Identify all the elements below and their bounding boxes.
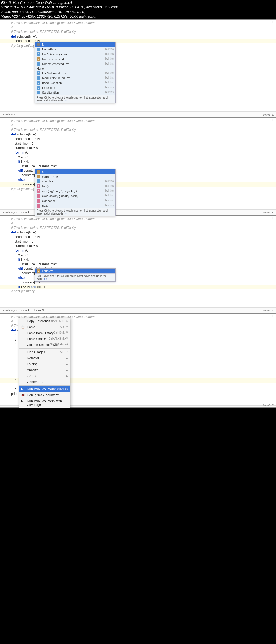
menu-label: Run 'max_counters' with Coverage bbox=[27, 399, 62, 407]
code-line[interactable]: # This is marked as RESPECTABLE difficul… bbox=[0, 30, 276, 34]
completion-popup[interactable]: PNCNameErrorbuiltinsCNotADirectoryErrorb… bbox=[35, 42, 116, 103]
code-line[interactable]: # bbox=[0, 25, 276, 30]
completion-item[interactable]: CModuleNotFoundErrorbuiltins bbox=[35, 76, 115, 80]
completion-popup[interactable]: VcountersCtrl+Down and Ctrl+Up will move… bbox=[35, 268, 116, 282]
coverage-icon: ▶ bbox=[21, 399, 25, 403]
completion-item[interactable]: None bbox=[35, 66, 115, 71]
completion-module: builtins bbox=[105, 52, 114, 56]
completion-item[interactable]: Vcurrent_max bbox=[35, 174, 115, 179]
code-line[interactable]: def solution(N, A): bbox=[0, 34, 276, 39]
completion-module: builtins bbox=[105, 199, 114, 203]
code-line[interactable]: if i > N: bbox=[0, 257, 276, 262]
code-line[interactable]: # This is the solution for CountingEleme… bbox=[0, 21, 276, 25]
code-line[interactable]: # bbox=[0, 221, 276, 226]
variable-icon: V bbox=[37, 269, 40, 273]
completion-item[interactable]: Fmax(arg1, arg2, args, key)builtins bbox=[35, 189, 115, 194]
code-line[interactable]: # bbox=[0, 123, 276, 128]
timestamp: 00:00:03 bbox=[263, 113, 275, 116]
menu-label: Analyze bbox=[27, 368, 39, 372]
completion-item[interactable]: Fnext(i)builtins bbox=[35, 203, 115, 208]
breadcrumb-segment[interactable]: for i in A bbox=[19, 211, 30, 214]
menu-item[interactable]: ▶Run 'max_counters' with Coverage bbox=[19, 398, 70, 408]
function-icon: F bbox=[37, 194, 40, 198]
completion-item[interactable]: Fhex(i)builtins bbox=[35, 184, 115, 189]
code-line[interactable]: if i > N: bbox=[0, 160, 276, 164]
code-line[interactable]: start_line = current_max bbox=[0, 164, 276, 169]
completion-popup[interactable]: VxVcurrent_maxCcomplexbuiltinsFhex(i)bui… bbox=[35, 169, 116, 216]
code-line[interactable]: def solution(N, A): bbox=[0, 230, 276, 235]
param-icon: P bbox=[37, 43, 40, 46]
code-line[interactable]: start_line = 0 bbox=[0, 239, 276, 244]
completion-item[interactable]: Vcounters bbox=[35, 269, 115, 273]
code-line[interactable]: # print (solution(5 bbox=[0, 289, 276, 294]
breadcrumb-segment[interactable]: for i in A bbox=[19, 309, 30, 312]
breadcrumb-segment[interactable]: if i <= N bbox=[34, 309, 44, 312]
completion-item[interactable]: VNotImplementedbuiltins bbox=[35, 57, 115, 62]
code-line[interactable]: current_max = 0 bbox=[0, 146, 276, 150]
completion-item[interactable]: CNameErrorbuiltins bbox=[35, 47, 115, 52]
menu-item[interactable]: Find UsagesAlt+F7 bbox=[19, 349, 70, 355]
menu-item[interactable]: Column Selection ModeAlt+Shift+Insert bbox=[19, 342, 70, 348]
completion-item[interactable]: CNotImplementedErrorbuiltins bbox=[35, 62, 115, 66]
video-frame: ⏸# This is the solution for CountingElem… bbox=[0, 19, 276, 117]
code-line[interactable]: for i in A: bbox=[0, 248, 276, 253]
menu-item[interactable]: Paste SimpleCtrl+Alt+Shift+V bbox=[19, 336, 70, 342]
completion-module: builtins bbox=[105, 179, 114, 183]
breadcrumb[interactable]: solution()›for i in A›if i <= N bbox=[0, 307, 276, 313]
hint-link[interactable]: >> bbox=[64, 99, 67, 102]
completion-item[interactable]: Ccomplexbuiltins bbox=[35, 179, 115, 184]
code-line[interactable]: def solution(N, A): bbox=[0, 132, 276, 137]
menu-item[interactable]: 🐞Debug 'max_counters' bbox=[19, 392, 70, 398]
completion-item[interactable]: Vx bbox=[35, 169, 115, 174]
class-icon: C bbox=[37, 76, 40, 80]
menu-item[interactable]: Folding▸ bbox=[19, 361, 70, 367]
code-line[interactable]: # This is marked as RESPECTABLE difficul… bbox=[0, 128, 276, 132]
context-menu[interactable]: Copy ReferenceCtrl+Alt+Shift+C📋PasteCtrl… bbox=[19, 318, 70, 408]
breadcrumb[interactable]: solution() bbox=[0, 111, 276, 117]
breadcrumb-segment[interactable]: solution() bbox=[2, 211, 15, 214]
completion-item[interactable]: CStopIterationbuiltins bbox=[35, 90, 115, 95]
code-line[interactable]: start_line = current_max bbox=[0, 262, 276, 267]
menu-item[interactable]: Go To▸ bbox=[19, 373, 70, 379]
completion-item[interactable]: CNotADirectoryErrorbuiltins bbox=[35, 52, 115, 57]
variable-icon: V bbox=[37, 175, 40, 178]
code-line[interactable]: for i in A: bbox=[0, 150, 276, 155]
menu-item[interactable]: ◔Profile 'max_counters' bbox=[19, 408, 70, 408]
menu-item[interactable]: ▶Run 'max_counters'Ctrl+Shift+F10 bbox=[19, 386, 70, 392]
menu-shortcut: Alt+F7 bbox=[60, 350, 68, 353]
code-line[interactable]: # This is the solution for CountingEleme… bbox=[0, 217, 276, 221]
menu-item[interactable]: Generate... bbox=[19, 379, 70, 385]
variable-icon: V bbox=[37, 170, 40, 174]
completion-name: NotImplementedError bbox=[42, 62, 70, 66]
completion-item[interactable]: CBaseExceptionbuiltins bbox=[35, 80, 115, 85]
completion-item[interactable]: Fexec(object, globals, locals)builtins bbox=[35, 194, 115, 198]
chevron-right-icon: › bbox=[16, 211, 17, 214]
menu-item[interactable]: Refactor▸ bbox=[19, 355, 70, 361]
code-line[interactable]: if i <= N and count bbox=[0, 285, 276, 289]
completion-item[interactable]: PN bbox=[35, 42, 115, 47]
code-editor[interactable]: ⏸# This is the solution for CountingElem… bbox=[0, 20, 276, 111]
hint-link[interactable]: >> bbox=[44, 277, 47, 280]
code-line[interactable]: counters = [0] * N bbox=[0, 137, 276, 141]
code-line[interactable]: counters = [0] * N bbox=[0, 235, 276, 239]
breadcrumb-segment[interactable]: solution() bbox=[2, 113, 15, 116]
menu-shortcut: Ctrl+Shift+V bbox=[53, 331, 68, 334]
code-line[interactable]: start_line = 0 bbox=[0, 141, 276, 146]
menu-item[interactable]: Paste from History...Ctrl+Shift+V bbox=[19, 330, 70, 336]
completion-item[interactable]: Fexit(code)builtins bbox=[35, 198, 115, 203]
code-line[interactable]: x = i - 1 bbox=[0, 253, 276, 257]
completion-item[interactable]: CFileNotFoundErrorbuiltins bbox=[35, 71, 115, 76]
menu-item[interactable]: Copy ReferenceCtrl+Alt+Shift+C bbox=[19, 318, 70, 324]
completion-item[interactable]: CExceptionbuiltins bbox=[35, 85, 115, 90]
code-line[interactable]: x = i - 1 bbox=[0, 155, 276, 160]
code-line[interactable]: current_max = 0 bbox=[0, 244, 276, 248]
breadcrumb-segment[interactable]: solution() bbox=[2, 309, 15, 312]
code-line[interactable]: # This is marked as RESPECTABLE difficul… bbox=[0, 226, 276, 230]
code-editor[interactable]: ⏸# This is the solution for CountingElem… bbox=[0, 314, 276, 405]
menu-item[interactable]: Analyze▸ bbox=[19, 367, 70, 373]
code-line[interactable]: # This is the solution for CountingEleme… bbox=[0, 119, 276, 123]
hint-link[interactable]: >> bbox=[64, 212, 67, 215]
menu-item[interactable]: 📋PasteCtrl+V bbox=[19, 324, 70, 330]
code-editor[interactable]: ⏸# This is the solution for CountingElem… bbox=[0, 118, 276, 209]
code-editor[interactable]: ⏸# This is the solution for CountingElem… bbox=[0, 216, 276, 307]
